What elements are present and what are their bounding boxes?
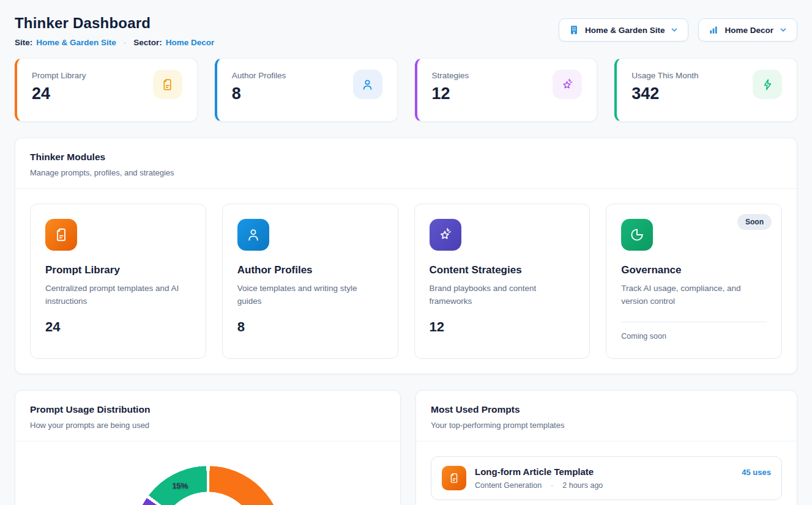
site-link[interactable]: Home & Garden Site xyxy=(36,38,116,47)
usage-card-subtitle: How your prompts are being used xyxy=(30,421,386,430)
module-card-author-profiles[interactable]: Author Profiles Voice templates and writ… xyxy=(222,204,398,359)
pie-chart-icon xyxy=(621,219,653,251)
chevron-down-icon xyxy=(779,26,788,34)
module-title: Content Strategies xyxy=(430,264,575,276)
module-title: Prompt Library xyxy=(45,264,191,276)
stat-card-usage: Usage This Month 342 xyxy=(614,58,797,122)
donut-chart-wrap: 15% xyxy=(133,466,283,505)
coming-soon-note: Coming soon xyxy=(621,332,767,341)
header-selectors: Home & Garden Site Home Decor xyxy=(559,18,797,42)
sector-link[interactable]: Home Decor xyxy=(166,38,215,47)
separator-dot: · xyxy=(124,38,127,47)
module-description: Centralized prompt templates and AI inst… xyxy=(45,282,191,308)
stat-card-author-profiles: Author Profiles 8 xyxy=(215,58,398,122)
most-used-prompts-card: Most Used Prompts Your top-performing pr… xyxy=(415,390,797,505)
modules-subtitle: Manage prompts, profiles, and strategies xyxy=(30,168,782,177)
document-icon xyxy=(153,70,182,99)
chevron-down-icon xyxy=(670,26,679,34)
prompt-item-category: Content Generation xyxy=(475,481,542,490)
module-card-prompt-library[interactable]: Prompt Library Centralized prompt templa… xyxy=(30,204,206,359)
site-label: Site: xyxy=(15,38,32,47)
divider xyxy=(621,322,767,322)
sector-selector-button[interactable]: Home Decor xyxy=(698,18,797,42)
separator-dot: · xyxy=(551,481,553,490)
usage-distribution-card: Prompt Usage Distribution How your promp… xyxy=(15,390,401,505)
modules-header: Thinker Modules Manage prompts, profiles… xyxy=(15,138,797,188)
prompt-item-title: Long-form Article Template xyxy=(475,466,733,477)
prompts-card-title: Most Used Prompts xyxy=(431,404,782,415)
donut-chart-area: 15% xyxy=(15,441,400,505)
module-count: 24 xyxy=(45,319,191,335)
breadcrumb: Site: Home & Garden Site · Sector: Home … xyxy=(15,38,214,47)
site-selector-label: Home & Garden Site xyxy=(585,26,665,35)
site-selector-button[interactable]: Home & Garden Site xyxy=(559,18,689,42)
stats-row: Prompt Library 24 Author Profiles 8 Stra… xyxy=(15,58,797,122)
prompt-item-meta: Content Generation · 2 hours ago xyxy=(475,481,733,490)
stat-card-prompt-library: Prompt Library 24 xyxy=(15,58,198,122)
prompts-card-header: Most Used Prompts Your top-performing pr… xyxy=(416,391,797,441)
module-count: 8 xyxy=(237,319,383,335)
prompt-item-time: 2 hours ago xyxy=(562,481,603,490)
sparkle-star-icon xyxy=(553,70,582,99)
prompt-list-item[interactable]: Long-form Article Template Content Gener… xyxy=(431,456,782,500)
bottom-row: Prompt Usage Distribution How your promp… xyxy=(15,390,797,505)
soon-badge: Soon xyxy=(737,214,772,230)
bar-chart-icon xyxy=(708,24,719,35)
prompts-card-subtitle: Your top-performing prompt templates xyxy=(431,421,782,430)
donut-chart xyxy=(133,466,283,505)
building-icon xyxy=(568,24,579,35)
header-left: Thinker Dashboard Site: Home & Garden Si… xyxy=(15,15,214,47)
usage-card-header: Prompt Usage Distribution How your promp… xyxy=(15,391,400,441)
lightning-icon xyxy=(753,70,782,99)
document-icon xyxy=(45,219,77,251)
thinker-modules-panel: Thinker Modules Manage prompts, profiles… xyxy=(15,138,797,374)
document-icon xyxy=(442,466,466,490)
user-icon xyxy=(237,219,269,251)
sector-selector-label: Home Decor xyxy=(724,26,773,35)
page-header: Thinker Dashboard Site: Home & Garden Si… xyxy=(15,15,797,47)
user-icon xyxy=(353,70,382,99)
module-card-governance[interactable]: Soon Governance Track AI usage, complian… xyxy=(606,204,782,359)
sparkle-star-icon xyxy=(430,219,461,251)
modules-title: Thinker Modules xyxy=(30,152,782,163)
module-description: Voice templates and writing style guides xyxy=(237,282,383,308)
prompt-item-body: Long-form Article Template Content Gener… xyxy=(475,466,733,490)
page-title: Thinker Dashboard xyxy=(15,15,214,32)
module-description: Brand playbooks and content frameworks xyxy=(430,282,575,308)
modules-grid: Prompt Library Centralized prompt templa… xyxy=(15,189,797,374)
module-title: Author Profiles xyxy=(237,264,383,276)
module-title: Governance xyxy=(621,264,767,276)
module-description: Track AI usage, compliance, and version … xyxy=(621,282,767,308)
stat-card-strategies: Strategies 12 xyxy=(415,58,598,122)
usage-card-title: Prompt Usage Distribution xyxy=(30,404,386,415)
module-card-content-strategies[interactable]: Content Strategies Brand playbooks and c… xyxy=(414,204,590,359)
prompt-item-uses: 45 uses xyxy=(742,468,771,477)
donut-slice-label: 15% xyxy=(172,481,188,490)
module-count: 12 xyxy=(430,319,575,335)
sector-label: Sector: xyxy=(133,38,162,47)
dashboard-page: Thinker Dashboard Site: Home & Garden Si… xyxy=(0,0,812,505)
divider xyxy=(416,441,797,441)
